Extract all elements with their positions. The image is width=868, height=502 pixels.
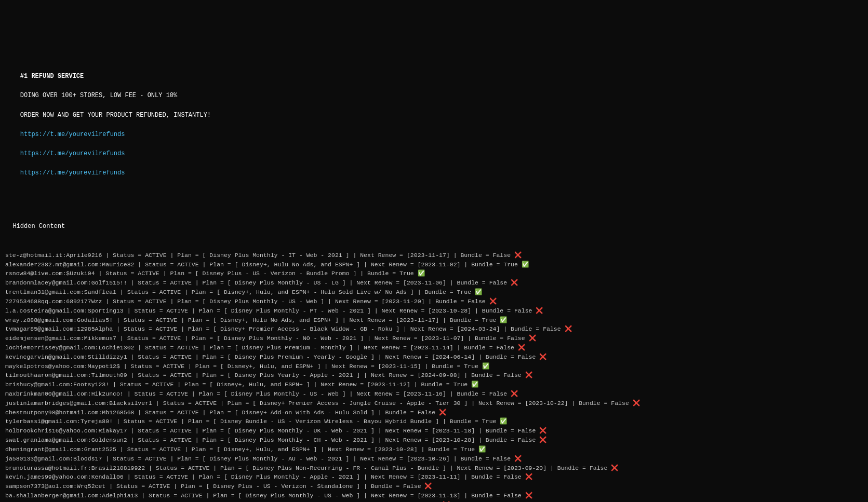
list-item: sampson7373@aol.com:Wrq52cet | Status = … xyxy=(5,482,863,491)
list-item: ste-z@hotmail.it:Aprile9216 | Status = A… xyxy=(5,251,863,260)
check-icon: ✅ xyxy=(522,261,529,268)
check-icon: ✅ xyxy=(500,418,507,425)
check-icon: ✅ xyxy=(418,270,425,277)
x-icon: ❌ xyxy=(525,492,532,499)
x-icon: ❌ xyxy=(525,473,532,480)
check-icon: ✅ xyxy=(475,289,482,295)
check-icon: ✅ xyxy=(478,446,486,453)
list-item: maxbrinkman00@gmail.com:Hik2unco! | Stat… xyxy=(5,389,863,399)
x-icon: ❌ xyxy=(511,390,518,397)
terminal-window: #1 REFUND SERVICE DOING OVER 100+ STORES… xyxy=(5,43,863,502)
check-icon: ✅ xyxy=(471,381,478,388)
list-item: kevin.james99@yahoo.com:Kendall06 | Stat… xyxy=(5,472,863,482)
list-item: ja580133@gmail.com:Bloods17 | Status = A… xyxy=(5,454,863,464)
x-icon: ❌ xyxy=(536,307,543,314)
list-item: maykelpotros@yahoo.com:Maypot12$ | Statu… xyxy=(5,362,863,371)
list-item: chestnutpony98@hotmail.com:Mb1268568 | S… xyxy=(5,408,863,417)
entries-list: ste-z@hotmail.it:Aprile9216 | Status = A… xyxy=(5,251,863,502)
list-item: dheningrant@gmail.com:Grant2525 | Status… xyxy=(5,445,863,454)
x-icon: ❌ xyxy=(514,252,522,259)
x-icon: ❌ xyxy=(424,483,432,490)
x-icon: ❌ xyxy=(611,465,618,471)
url-line-1: https://t.me/yourevilrefunds xyxy=(20,131,125,138)
subtitle-line: DOING OVER 100+ STORES, LOW FEE - ONLY 1… xyxy=(20,92,177,99)
x-icon: ❌ xyxy=(539,354,546,360)
list-item: brishucy@gmail.com:Footsy123! | Status =… xyxy=(5,380,863,389)
x-icon: ❌ xyxy=(565,325,572,332)
x-icon: ❌ xyxy=(489,298,497,305)
x-icon: ❌ xyxy=(539,427,546,434)
list-item: l.a.costeira@gmail.com:Sporting13 | Stat… xyxy=(5,306,863,316)
list-item: ba.shallanberger@gmail.com:Adelphia13 | … xyxy=(5,491,863,500)
check-icon: ✅ xyxy=(500,317,507,323)
url-line-3: https://t.me/yourevilrefunds xyxy=(20,169,125,177)
list-item: trentlman31@gmail.com:Sandflea1 | Status… xyxy=(5,288,863,297)
list-item: tvmagar85@gmail.com:12985Alpha | Status … xyxy=(5,324,863,334)
list-item: swat.granlama@gmail.com:Goldensun2 | Sta… xyxy=(5,436,863,445)
x-icon: ❌ xyxy=(514,455,522,462)
x-icon: ❌ xyxy=(539,437,546,443)
list-item: 7279534688qq.com:6892177Wzz | Status = A… xyxy=(5,297,863,306)
list-item: eidemjensen@gmail.com:Mikkemus7 | Status… xyxy=(5,334,863,343)
list-item: tilmouthaaron@gmail.com:Tilmouth09 | Sta… xyxy=(5,371,863,380)
x-icon: ❌ xyxy=(633,400,640,406)
list-item: brandonmlacey@gmail.com:Golf1515!! | Sta… xyxy=(5,278,863,288)
list-item: tylerbass1@gmail.com:Tyreja80! | Status … xyxy=(5,417,863,426)
list-item: holbrookchris16@yahoo.com:Riakay17 | Sta… xyxy=(5,426,863,436)
x-icon: ❌ xyxy=(529,335,536,342)
check-icon: ✅ xyxy=(482,363,489,370)
list-item: justinlamarbridges@gmail.com:Blacksilver… xyxy=(5,399,863,408)
list-item: kevincgarvin@gmail.com:Stilldizzy1 | Sta… xyxy=(5,352,863,362)
list-item: wray.z888@gmail.com:Godallas5! | Status … xyxy=(5,316,863,325)
list-item: rsnow84@live.com:$Uzuki04 | Status = ACT… xyxy=(5,269,863,278)
x-icon: ❌ xyxy=(518,344,525,351)
list-item: lochiemorrissey@gmail.com:Lochie1302 | S… xyxy=(5,343,863,352)
x-icon: ❌ xyxy=(525,372,532,378)
x-icon: ❌ xyxy=(511,279,518,286)
x-icon: ❌ xyxy=(439,409,446,416)
header-section: #1 REFUND SERVICE DOING OVER 100+ STORES… xyxy=(5,62,863,188)
title-line: #1 REFUND SERVICE xyxy=(20,73,84,80)
url-line-2: https://t.me/yourevilrefunds xyxy=(20,150,125,157)
list-item: brunoturassa@hotmail.fr:Brasil210819922 … xyxy=(5,464,863,473)
cta-line: ORDER NOW AND GET YOUR PRODUCT REFUNDED,… xyxy=(20,112,211,119)
list-item: alexander2382.mt@gmail.com:Maurice82 | S… xyxy=(5,260,863,269)
hidden-content-label: Hidden Content xyxy=(12,223,65,230)
